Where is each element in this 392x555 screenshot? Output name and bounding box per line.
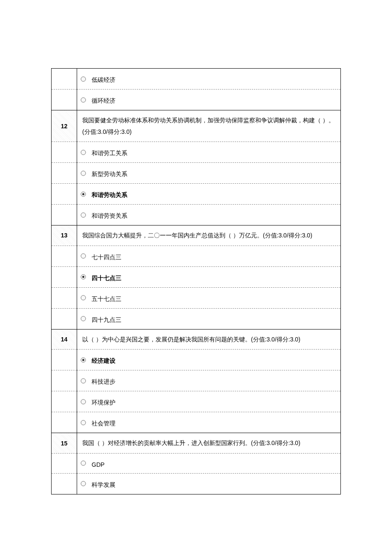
option-text: 和谐劳动关系 [88,189,127,199]
question-text: 我国要健全劳动标准体系和劳动关系协调机制，加强劳动保障监察和争议调解仲裁，构建（… [77,110,341,142]
radio-unselected-icon[interactable] [78,253,88,259]
radio-unselected-icon[interactable] [78,420,88,425]
empty-cell [52,287,77,308]
radio-unselected-icon[interactable] [78,378,88,384]
option-text: 循环经济 [88,95,115,105]
radio-unselected-icon[interactable] [78,97,88,103]
option-text: 四十九点三 [88,314,121,324]
table-row: 12我国要健全劳动标准体系和劳动关系协调机制，加强劳动保障监察和争议调解仲裁，构… [52,110,341,142]
radio-unselected-icon[interactable] [78,150,88,155]
table-row: 和谐劳动关系 [52,184,341,205]
empty-cell [52,184,77,205]
option-text: 和谐劳工关系 [88,147,127,157]
table-row: 和谐劳工关系 [52,142,341,163]
option-text: 新型劳动关系 [88,168,127,178]
radio-unselected-icon[interactable] [78,316,88,321]
svg-point-5 [82,193,84,195]
option-text: 和谐劳资关系 [88,210,127,220]
option-text: 五十七点三 [88,293,121,303]
empty-cell [52,142,77,163]
radio-unselected-icon[interactable] [78,399,88,405]
table-row: 社会管理 [52,412,341,433]
radio-unselected-icon[interactable] [78,76,88,82]
table-row: 五十七点三 [52,287,341,308]
table-row: 13我国综合国力大幅提升，二〇一一年国内生产总值达到（ ）万亿元。(分值:3.0… [52,225,341,246]
table-row: 低碳经济 [52,69,341,90]
empty-cell [52,90,77,110]
empty-cell [52,69,77,90]
radio-selected-icon[interactable] [78,274,88,280]
question-number: 12 [52,110,77,142]
option-cell: 四十七点三 [77,266,341,287]
radio-unselected-icon[interactable] [78,212,88,218]
table-row: 和谐劳资关系 [52,205,341,225]
option-text: 科技进步 [88,376,115,386]
empty-cell [52,412,77,433]
svg-point-3 [81,171,86,176]
svg-point-13 [82,359,84,361]
option-text: 七十四点三 [88,251,121,261]
table-row: 经济建设 [52,350,341,370]
question-text: 我国综合国力大幅提升，二〇一一年国内生产总值达到（ ）万亿元。(分值:3.0/得… [77,225,341,246]
table-row: 科技进步 [52,370,341,391]
option-cell: 低碳经济 [77,69,341,90]
svg-point-6 [81,213,86,217]
svg-point-17 [81,461,86,465]
option-text: 科学发展 [88,479,115,489]
table-row: 四十九点三 [52,308,341,329]
radio-unselected-icon[interactable] [78,481,88,486]
svg-point-0 [81,77,86,81]
option-text: 环境保护 [88,396,115,407]
svg-point-15 [81,399,86,404]
option-cell: 科技进步 [77,370,341,391]
svg-point-10 [81,295,86,300]
svg-point-14 [81,379,86,383]
quiz-table: 低碳经济循环经济12我国要健全劳动标准体系和劳动关系协调机制，加强劳动保障监察和… [51,68,341,494]
empty-cell [52,163,77,184]
question-number: 14 [52,329,77,350]
table-row: 环境保护 [52,391,341,412]
empty-cell [52,453,77,473]
empty-cell [52,246,77,266]
empty-cell [52,350,77,370]
svg-point-7 [81,254,86,258]
table-row: 科学发展 [52,473,341,494]
table-row: 七十四点三 [52,246,341,266]
option-text: 低碳经济 [88,74,115,84]
option-cell: 环境保护 [77,391,341,412]
table-row: 14以（ ）为中心是兴国之要，发展仍是解决我国所有问题的关键。(分值:3.0/得… [52,329,341,350]
radio-selected-icon[interactable] [78,191,88,197]
svg-point-2 [81,150,86,155]
option-cell: 和谐劳工关系 [77,142,341,163]
empty-cell [52,266,77,287]
table-row: 15我国（ ）对经济增长的贡献率大幅上升，进入创新型国家行列。(分值:3.0/得… [52,433,341,454]
empty-cell [52,205,77,225]
empty-cell [52,391,77,412]
option-cell: 新型劳动关系 [77,163,341,184]
option-cell: 社会管理 [77,412,341,433]
empty-cell [52,370,77,391]
table-row: 循环经济 [52,90,341,110]
option-cell: 经济建设 [77,350,341,370]
radio-unselected-icon[interactable] [78,460,88,466]
question-text: 以（ ）为中心是兴国之要，发展仍是解决我国所有问题的关键。(分值:3.0/得分:… [77,329,341,350]
question-number: 15 [52,433,77,454]
question-text: 我国（ ）对经济增长的贡献率大幅上升，进入创新型国家行列。(分值:3.0/得分:… [77,433,341,454]
option-cell: GDP [77,453,341,473]
radio-unselected-icon[interactable] [78,295,88,301]
svg-point-1 [81,98,86,102]
svg-point-9 [82,276,84,278]
radio-unselected-icon[interactable] [78,171,88,176]
svg-point-18 [81,481,86,486]
option-text: 经济建设 [88,355,115,365]
svg-point-11 [81,316,86,321]
option-cell: 四十九点三 [77,308,341,329]
table-row: 新型劳动关系 [52,163,341,184]
radio-selected-icon[interactable] [78,357,88,363]
option-text: 四十七点三 [88,272,121,282]
svg-point-16 [81,420,86,425]
empty-cell [52,473,77,494]
option-cell: 七十四点三 [77,246,341,266]
table-row: 四十七点三 [52,266,341,287]
option-cell: 和谐劳资关系 [77,205,341,225]
